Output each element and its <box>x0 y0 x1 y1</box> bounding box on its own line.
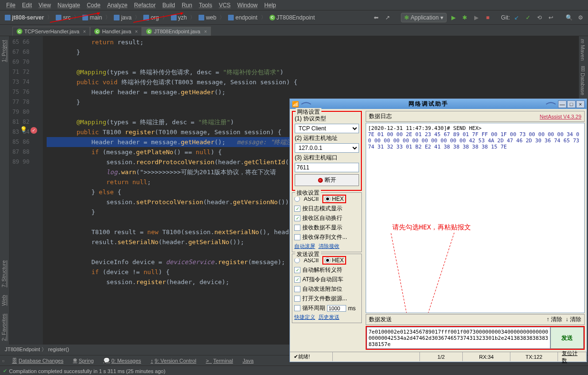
send-button[interactable]: 发送 <box>550 327 584 349</box>
tool-spring[interactable]: ❃ Spring <box>71 356 96 365</box>
folder-icon <box>82 15 88 20</box>
git-label: Git: <box>501 14 510 21</box>
disconnect-button[interactable]: 断开 <box>295 174 359 186</box>
checkbox[interactable] <box>294 296 300 302</box>
menu-run[interactable]: Run <box>179 1 196 10</box>
recv-settings-group: 接收设置 ASCII HEX ✓按日志模式显示 ✓接收区自动换行 接收数据不显示… <box>292 192 362 252</box>
menu-help[interactable]: Help <box>261 1 279 10</box>
breadcrumb-item[interactable]: endpoint <box>226 14 259 21</box>
cycle-input[interactable] <box>327 305 346 312</box>
debug-icon[interactable]: ✱ <box>460 13 469 22</box>
web-tool-button[interactable]: Web <box>0 291 9 309</box>
auto-scroll-link[interactable]: 自动滚屏 <box>294 243 315 249</box>
checkbox[interactable] <box>294 225 300 231</box>
log-title: 数据日志 <box>369 112 392 120</box>
protocol-select[interactable]: TCP Client <box>295 124 359 133</box>
host-select[interactable]: 127.0.0.1 <box>295 143 359 153</box>
menu-analyze[interactable]: Analyze <box>104 1 131 10</box>
log-hex-data: 7E 01 00 00 2E 01 23 45 67 89 01 7F FF 0… <box>368 131 582 150</box>
checkbox[interactable] <box>294 234 300 240</box>
shortcut-link[interactable]: 快捷定义 <box>294 314 315 320</box>
structure-tool-button[interactable]: 7: Structure <box>0 257 9 291</box>
menu-file[interactable]: File <box>3 1 19 10</box>
breadcrumb-item[interactable]: yzh <box>169 14 189 21</box>
tab-handler[interactable]: CHandler.java× <box>90 27 142 36</box>
close-button[interactable]: × <box>576 100 585 108</box>
clear-send-link[interactable]: ↑ 清除 <box>547 316 562 323</box>
tab-tcpserverhandler[interactable]: CTCPServerHandler.java× <box>12 27 90 36</box>
group-legend: 接收设置 <box>295 189 321 197</box>
window-icon[interactable]: ▫ <box>2 357 4 365</box>
send-textarea[interactable]: 7e0100002e0123456789017fff001f0073000000… <box>367 327 550 349</box>
git-update-icon[interactable]: ↙ <box>512 13 521 22</box>
menu-build[interactable]: Build <box>159 1 179 10</box>
tab-jt808endpoint[interactable]: CJT808Endpoint.java× <box>142 27 211 36</box>
breadcrumb-item[interactable]: CJT808Endpoint <box>268 14 317 21</box>
stop-icon[interactable]: ■ <box>483 13 492 22</box>
breadcrumb-item[interactable]: main <box>80 14 104 21</box>
menu-window[interactable]: Window <box>234 1 261 10</box>
status-message: Compilation completed successfully in 1 … <box>9 368 165 374</box>
tool-database-changes[interactable]: 🗄 Database Changes <box>10 357 65 365</box>
menu-navigate[interactable]: Navigate <box>54 1 83 10</box>
checkbox[interactable]: ✓ <box>294 267 300 273</box>
git-history-icon[interactable]: ⟲ <box>535 13 544 22</box>
settings-icon[interactable]: ⚙ <box>576 13 585 22</box>
folder-icon <box>171 15 177 20</box>
send-hex-radio[interactable] <box>325 257 330 263</box>
run-config-selector[interactable]: ❃ Application ▾ <box>401 13 447 22</box>
nav-back-icon[interactable]: ⬅ <box>371 13 381 22</box>
menu-edit[interactable]: Edit <box>19 1 35 10</box>
port-input[interactable] <box>295 163 359 172</box>
maven-tool-button[interactable]: m Maven <box>579 36 587 63</box>
tool-version-control[interactable]: ↕ 9: Version Control <box>149 357 198 365</box>
menu-refactor[interactable]: Refactor <box>131 1 159 10</box>
database-tool-button[interactable]: 🗄 Database <box>579 63 587 98</box>
minimize-button[interactable]: — <box>558 100 567 108</box>
status-ok-icon: ✔ <box>3 368 7 374</box>
line-gutter: 65 66 67 68 69 70 71 72 73 74 75 76 77 7… <box>10 36 33 345</box>
git-revert-icon[interactable]: ↩ <box>546 13 556 22</box>
folder-icon <box>114 15 120 20</box>
breadcrumb-root[interactable]: jt808-server <box>3 14 46 21</box>
menu-vcs[interactable]: VCS <box>216 1 234 10</box>
project-tool-button[interactable]: 1: Project <box>0 36 9 66</box>
menu-view[interactable]: View <box>35 1 54 10</box>
maximize-button[interactable]: □ <box>567 100 576 108</box>
search-icon[interactable]: 🔍 <box>564 13 574 22</box>
close-icon[interactable]: × <box>135 29 138 34</box>
breadcrumb-item[interactable]: java <box>112 14 133 21</box>
left-tool-strip: 1: Project 7: Structure Web 2: Favorites <box>0 36 10 345</box>
favorites-tool-button[interactable]: 2: Favorites <box>0 310 9 345</box>
run-icon[interactable]: ▶ <box>448 13 458 22</box>
tool-java[interactable]: Java <box>240 357 255 365</box>
coverage-icon[interactable]: ▶ <box>471 13 481 22</box>
expand-icon[interactable]: ↗ <box>383 13 392 22</box>
breakpoint-icon[interactable]: ✓ <box>30 127 37 134</box>
tool-terminal[interactable]: >_ Terminal <box>204 357 235 365</box>
version-link[interactable]: NetAssist V4.3.29 <box>540 114 581 119</box>
breadcrumb-item[interactable]: org <box>141 14 160 21</box>
tool-messages[interactable]: 💬 0: Messages <box>101 356 143 365</box>
history-link[interactable]: 历史发送 <box>319 314 339 320</box>
checkbox[interactable]: ✓ <box>294 206 300 212</box>
reset-count-link[interactable]: 复位计数 <box>562 350 582 364</box>
close-icon[interactable]: × <box>83 29 86 34</box>
clear-all-link[interactable]: ↓ 清除 <box>566 316 581 323</box>
log-textarea[interactable]: [2020-12-31 11:47:39.430]# SEND HEX> 7E … <box>366 123 585 313</box>
close-icon[interactable]: × <box>204 29 207 34</box>
breadcrumb-item[interactable]: src <box>54 14 72 21</box>
git-commit-icon[interactable]: ✓ <box>523 13 533 22</box>
checkbox[interactable] <box>294 286 300 292</box>
intention-bulb-icon[interactable]: 💡 <box>20 126 27 133</box>
clear-recv-link[interactable]: 清除接收 <box>319 243 339 249</box>
checkbox[interactable]: ✓ <box>294 276 300 283</box>
checkbox[interactable]: ✓ <box>294 215 300 221</box>
net-title-bar[interactable]: 📶 网络调试助手 — □ × <box>290 99 587 109</box>
menu-code[interactable]: Code <box>83 1 104 10</box>
checkbox[interactable] <box>294 305 300 311</box>
menu-tools[interactable]: Tools <box>196 1 216 10</box>
breadcrumb-item[interactable]: web <box>197 14 218 21</box>
recv-hex-radio[interactable] <box>325 196 330 202</box>
group-legend: 发送设置 <box>295 250 321 258</box>
